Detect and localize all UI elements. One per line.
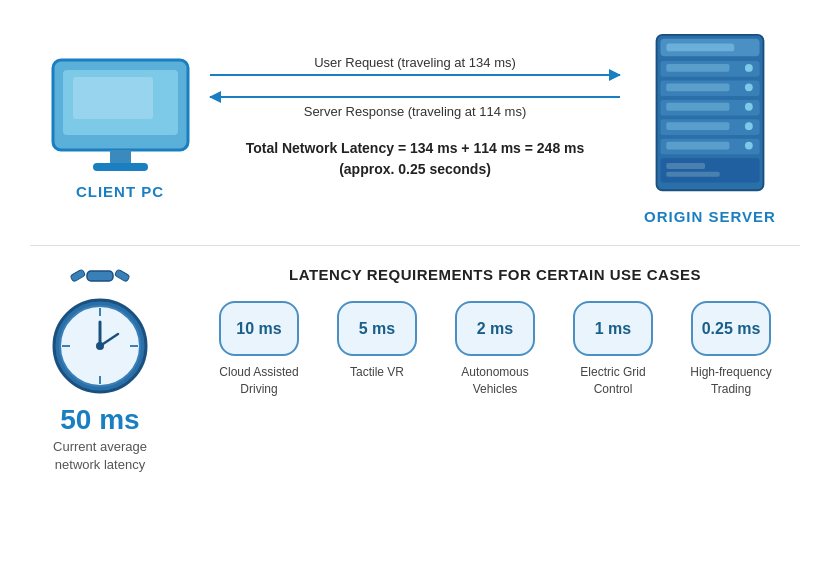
latency-text: Total Network Latency = 134 ms + 114 ms … [246,138,585,180]
svg-rect-21 [666,142,729,150]
stopwatch-label: Current averagenetwork latency [53,438,147,474]
svg-point-13 [745,83,753,91]
svg-rect-25 [666,172,719,177]
usecase-badge: 5 ms [337,301,417,356]
stopwatch-area: 50 ms Current averagenetwork latency [30,266,170,474]
usecases-area: LATENCY REQUIREMENTS FOR CERTAIN USE CAS… [190,266,800,398]
server-area: ORIGIN SERVER [630,30,790,225]
svg-rect-27 [70,269,86,282]
svg-point-16 [745,103,753,111]
svg-point-19 [745,122,753,130]
request-label: User Request (traveling at 134 ms) [210,55,620,70]
svg-rect-12 [666,83,729,91]
svg-rect-4 [93,163,148,171]
svg-point-10 [745,64,753,72]
svg-rect-18 [666,122,729,130]
monitor-icon [48,55,193,175]
svg-rect-3 [110,150,131,164]
usecase-badge: 2 ms [455,301,535,356]
svg-rect-28 [114,269,130,282]
usecase-label: Cloud Assisted Driving [209,364,309,398]
svg-rect-24 [666,163,705,169]
top-section: CLIENT PC User Request (traveling at 134… [0,0,830,245]
usecase-label: Autonomous Vehicles [445,364,545,398]
svg-rect-2 [73,77,153,119]
server-icon [645,30,775,200]
usecases-grid: 10 msCloud Assisted Driving5 msTactile V… [209,301,781,398]
usecase-item: 1 msElectric Grid Control [563,301,663,398]
svg-rect-7 [666,44,734,52]
usecase-item: 5 msTactile VR [327,301,427,398]
svg-point-37 [96,342,104,350]
client-area: CLIENT PC [40,55,200,200]
usecase-label: High-frequency Trading [681,364,781,398]
stopwatch-icon [40,266,160,396]
client-label: CLIENT PC [76,183,164,200]
svg-point-22 [745,142,753,150]
bottom-section: 50 ms Current averagenetwork latency LAT… [0,246,830,484]
usecase-badge: 1 ms [573,301,653,356]
svg-rect-23 [660,158,759,182]
response-label: Server Response (traveling at 114 ms) [210,104,620,119]
arrow-area: User Request (traveling at 134 ms) Serve… [200,55,630,180]
usecase-item: 10 msCloud Assisted Driving [209,301,309,398]
server-label: ORIGIN SERVER [644,208,776,225]
svg-rect-26 [87,271,113,281]
usecase-item: 0.25 msHigh-frequency Trading [681,301,781,398]
svg-rect-15 [666,103,729,111]
usecase-label: Tactile VR [350,364,404,381]
usecase-label: Electric Grid Control [563,364,663,398]
usecases-title: LATENCY REQUIREMENTS FOR CERTAIN USE CAS… [289,266,701,283]
usecase-badge: 0.25 ms [691,301,771,356]
stopwatch-value: 50 ms [60,404,139,436]
usecase-item: 2 msAutonomous Vehicles [445,301,545,398]
usecase-badge: 10 ms [219,301,299,356]
svg-rect-9 [666,64,729,72]
